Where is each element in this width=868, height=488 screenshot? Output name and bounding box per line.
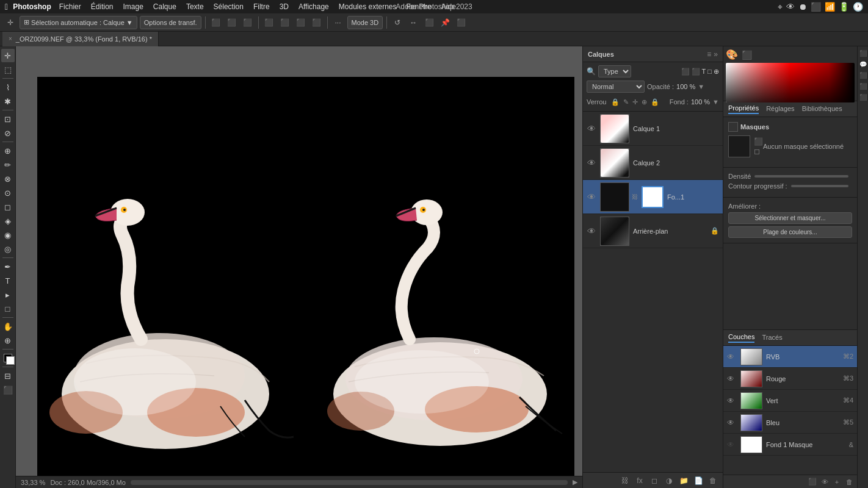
menu-calque[interactable]: Calque xyxy=(149,1,181,12)
vert-eye[interactable]: 👁 xyxy=(727,396,737,405)
path-select-tool[interactable]: ▸ xyxy=(1,288,15,301)
add-mask-icon[interactable]: ◻ xyxy=(648,475,660,487)
select-mask-btn[interactable]: Sélectionner et masquer... xyxy=(728,212,852,224)
blend-mode-select[interactable]: Normal xyxy=(587,81,645,93)
pin-icon[interactable]: 📌 xyxy=(438,16,452,29)
menu-edition[interactable]: Édition xyxy=(87,1,118,12)
align-h-icon[interactable]: ⬛ xyxy=(310,16,324,29)
rotate-icon[interactable]: ↺ xyxy=(391,16,404,29)
menu-filtre[interactable]: Filtre xyxy=(249,1,274,12)
delete-layer-icon[interactable]: 🗑 xyxy=(707,475,719,487)
mini-icon-5[interactable]: ⬛ xyxy=(859,93,867,101)
menu-fichier[interactable]: Fichier xyxy=(55,1,85,12)
mask-icon-2[interactable]: ◻ xyxy=(754,147,763,156)
tool-mode-btn[interactable]: ⊞ Sélection automatique : Calque ▼ xyxy=(20,16,137,29)
ch-add-icon[interactable]: + xyxy=(831,476,842,487)
align-right-icon[interactable]: ⬛ xyxy=(241,16,255,29)
filter-smart-icon[interactable]: ⊕ xyxy=(714,68,719,76)
panel-collapse-icon[interactable]: » xyxy=(714,50,718,59)
arrange-icon[interactable]: ⬛ xyxy=(422,16,436,29)
align-center-icon[interactable]: ⬛ xyxy=(225,16,239,29)
gradient-tool[interactable]: ◈ xyxy=(1,214,15,228)
layer-3-visibility[interactable]: 👁 xyxy=(587,192,596,202)
blur-tool[interactable]: ◉ xyxy=(1,228,15,242)
channel-rvb[interactable]: 👁 RVB ⌘2 xyxy=(723,346,857,368)
layer-4-visibility[interactable]: 👁 xyxy=(587,226,596,236)
mask-icon-1[interactable]: ⬛ xyxy=(754,137,763,146)
menu-texte[interactable]: Texte xyxy=(182,1,208,12)
all-lock-icon[interactable]: 🔒 xyxy=(651,98,659,106)
fg-color[interactable] xyxy=(1,351,15,365)
ch-eye-icon[interactable]: 👁 xyxy=(819,476,830,487)
edit-icon[interactable]: ✎ xyxy=(623,98,629,106)
filter-pixel-icon[interactable]: ⬛ xyxy=(681,68,690,76)
opacity-arrow[interactable]: ▼ xyxy=(698,83,704,90)
filter-type-icon[interactable]: T xyxy=(702,68,706,76)
dodge-tool[interactable]: ◎ xyxy=(1,242,15,256)
shape-tool[interactable]: □ xyxy=(1,302,15,315)
menu-affichage[interactable]: Affichage xyxy=(294,1,333,12)
art-lock-icon[interactable]: ⊕ xyxy=(642,98,647,106)
align-left-icon[interactable]: ⬛ xyxy=(209,16,223,29)
bleu-eye[interactable]: 👁 xyxy=(727,418,737,427)
mode-3d-btn[interactable]: Mode 3D xyxy=(347,16,383,29)
color-range-btn[interactable]: Plage de couleurs... xyxy=(728,226,852,238)
more-options-icon[interactable]: ··· xyxy=(331,16,345,29)
menu-modules[interactable]: Modules externes xyxy=(335,1,401,12)
extra-icon[interactable]: ⬛ xyxy=(454,16,468,29)
move-tool-icon[interactable]: ✛ xyxy=(4,16,17,29)
screen-mode-icon[interactable]: ⬛ xyxy=(1,383,15,396)
menu-selection[interactable]: Sélection xyxy=(209,1,248,12)
layer-2-visibility[interactable]: 👁 xyxy=(587,158,596,168)
horizontal-scrollbar[interactable] xyxy=(131,480,568,485)
couches-tab[interactable]: Couches xyxy=(728,333,754,343)
scroll-right-icon[interactable]: ▶ xyxy=(573,478,577,486)
move-tool[interactable]: ✛ xyxy=(1,49,15,62)
new-group-icon[interactable]: 📁 xyxy=(678,475,690,487)
channel-vert[interactable]: 👁 Vert ⌘4 xyxy=(723,390,857,412)
lasso-tool[interactable]: ⌇ xyxy=(1,81,15,94)
quick-mask-icon[interactable]: ⊟ xyxy=(1,369,15,382)
quick-select-tool[interactable]: ✱ xyxy=(1,95,15,108)
marquee-tool[interactable]: ⬚ xyxy=(1,63,15,76)
traces-tab[interactable]: Tracés xyxy=(762,334,782,342)
layer-type-filter[interactable]: Type xyxy=(598,65,631,77)
layer-item-4[interactable]: 👁 Arrière-plan 🔒 xyxy=(583,214,723,248)
history-tool[interactable]: ⊙ xyxy=(1,186,15,199)
masque-eye[interactable]: 👁 xyxy=(727,440,737,449)
hand-tool[interactable]: ✋ xyxy=(1,320,15,333)
zoom-tool[interactable]: ⊕ xyxy=(1,334,15,347)
mini-icon-3[interactable]: ⬛ xyxy=(859,71,867,79)
mini-icon-4[interactable]: ⬛ xyxy=(859,82,867,90)
move-lock-icon[interactable]: ✛ xyxy=(632,98,638,106)
layer-item-2[interactable]: 👁 Calque 2 xyxy=(583,146,723,180)
channel-bleu[interactable]: 👁 Bleu ⌘5 xyxy=(723,412,857,434)
color-icon[interactable]: 🎨 xyxy=(726,49,738,60)
add-style-icon[interactable]: fx xyxy=(634,475,646,487)
menu-image[interactable]: Image xyxy=(119,1,148,12)
eyedropper-tool[interactable]: ⊘ xyxy=(1,126,15,140)
align-middle-icon[interactable]: ⬛ xyxy=(278,16,292,29)
swatch-icon[interactable]: ⬛ xyxy=(742,50,752,60)
new-layer-icon[interactable]: 📄 xyxy=(692,475,704,487)
canvas-area[interactable]: 33,33 % Doc : 260,0 Mo/396,0 Mo ▶ xyxy=(16,46,582,488)
tab-proprietes[interactable]: Propriétés xyxy=(728,104,759,114)
filter-adj-icon[interactable]: ⬛ xyxy=(692,68,700,76)
rvb-eye[interactable]: 👁 xyxy=(727,353,737,361)
clone-tool[interactable]: ⊗ xyxy=(1,172,15,185)
heal-tool[interactable]: ⊕ xyxy=(1,144,15,157)
channel-rouge[interactable]: 👁 Rouge ⌘3 xyxy=(723,368,857,390)
flip-icon[interactable]: ↔ xyxy=(407,16,420,29)
menu-3d[interactable]: 3D xyxy=(275,1,293,12)
crop-tool[interactable]: ⊡ xyxy=(1,112,15,126)
channel-masque[interactable]: 👁 Fond 1 Masque & xyxy=(723,434,857,456)
close-tab-icon[interactable]: × xyxy=(9,35,12,42)
density-slider[interactable] xyxy=(754,175,848,178)
layer-1-visibility[interactable]: 👁 xyxy=(587,124,596,134)
ch-trash-icon[interactable]: 🗑 xyxy=(844,476,855,487)
lock-icon[interactable]: 🔒 xyxy=(611,98,620,106)
document-tab[interactable]: × _ORZ0099.NEF @ 33,3% (Fond 1, RVB/16) … xyxy=(2,32,159,46)
pen-tool[interactable]: ✒ xyxy=(1,260,15,273)
transform-options-btn[interactable]: Options de transf. xyxy=(140,16,201,29)
layer-item-3[interactable]: 👁 ⛓ Fo...1 xyxy=(583,180,723,214)
